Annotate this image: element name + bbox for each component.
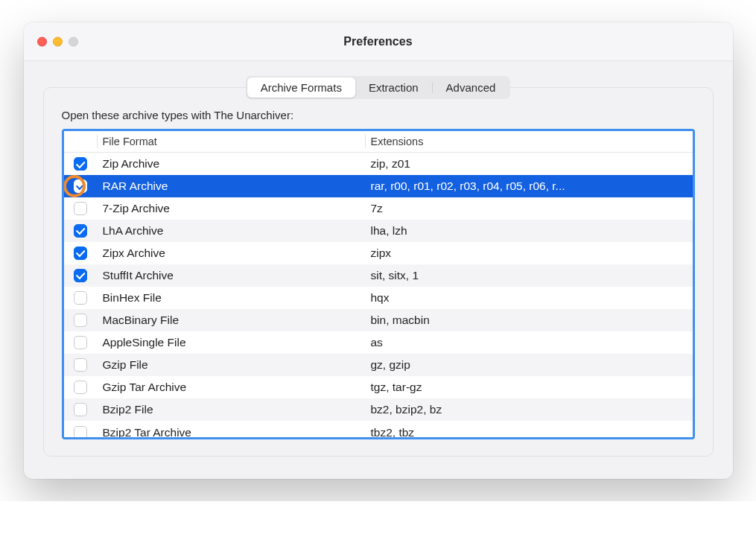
format-name: Gzip Tar Archive xyxy=(97,376,365,398)
format-name: 7-Zip Archive xyxy=(97,197,365,220)
format-checkbox[interactable] xyxy=(74,202,87,215)
format-name: LhA Archive xyxy=(97,220,365,242)
format-checkbox[interactable] xyxy=(74,426,87,437)
checkbox-cell xyxy=(64,153,97,175)
table-row[interactable]: Zip Archivezip, z01 xyxy=(64,153,693,175)
table-row[interactable]: Bzip2 Tar Archivetbz2, tbz xyxy=(64,421,693,437)
format-name: Bzip2 File xyxy=(97,398,365,421)
format-name: Zip Archive xyxy=(97,153,365,175)
window-controls xyxy=(37,36,78,46)
format-extensions: lha, lzh xyxy=(365,220,693,242)
checkbox-cell xyxy=(64,398,97,421)
table-row[interactable]: LhA Archivelha, lzh xyxy=(64,220,693,242)
format-extensions: 7z xyxy=(365,197,693,220)
table-row[interactable]: StuffIt Archivesit, sitx, 1 xyxy=(64,264,693,287)
zoom-icon xyxy=(69,36,78,46)
table-row[interactable]: BinHex Filehqx xyxy=(64,287,693,309)
format-extensions: zipx xyxy=(365,242,693,264)
format-name: RAR Archive xyxy=(97,175,365,197)
table-row[interactable]: Gzip Tar Archivetgz, tar-gz xyxy=(64,376,693,398)
format-extensions: sit, sitx, 1 xyxy=(365,264,693,287)
format-extensions: hqx xyxy=(365,287,693,309)
checkbox-cell xyxy=(64,197,97,220)
table-row[interactable]: Zipx Archivezipx xyxy=(64,242,693,264)
format-checkbox[interactable] xyxy=(74,157,87,171)
format-checkbox[interactable] xyxy=(74,336,87,349)
format-checkbox[interactable] xyxy=(74,224,87,238)
format-name: AppleSingle File xyxy=(97,331,365,354)
format-checkbox[interactable] xyxy=(74,403,87,416)
format-name: Zipx Archive xyxy=(97,242,365,264)
col-header-extensions[interactable]: Extensions xyxy=(365,131,693,153)
format-extensions: gz, gzip xyxy=(365,354,693,376)
col-header-checkbox[interactable] xyxy=(64,131,97,153)
format-extensions: zip, z01 xyxy=(365,153,693,175)
format-name: MacBinary File xyxy=(97,309,365,331)
format-name: Gzip File xyxy=(97,354,365,376)
table-row[interactable]: AppleSingle Fileas xyxy=(64,331,693,354)
format-checkbox[interactable] xyxy=(74,179,87,193)
checkbox-cell xyxy=(64,309,97,331)
format-extensions: bz2, bzip2, bz xyxy=(365,398,693,421)
tab-extraction[interactable]: Extraction xyxy=(355,77,432,98)
col-header-format[interactable]: File Format xyxy=(97,131,365,153)
format-extensions: tbz2, tbz xyxy=(365,421,693,437)
format-checkbox[interactable] xyxy=(74,381,87,394)
close-icon[interactable] xyxy=(37,36,47,46)
panel-instruction: Open these archive types with The Unarch… xyxy=(62,109,695,121)
table-row[interactable]: Gzip Filegz, gzip xyxy=(64,354,693,376)
formats-table-container: File Format Extensions Zip Archivezip, z… xyxy=(62,129,695,439)
table-row[interactable]: 7-Zip Archive7z xyxy=(64,197,693,220)
tab-archive-formats[interactable]: Archive Formats xyxy=(247,77,355,98)
minimize-icon[interactable] xyxy=(53,36,63,46)
content-area: Archive FormatsExtractionAdvanced Open t… xyxy=(24,61,733,479)
format-checkbox[interactable] xyxy=(74,247,87,260)
format-checkbox[interactable] xyxy=(74,314,87,327)
table-row[interactable]: Bzip2 Filebz2, bzip2, bz xyxy=(64,398,693,421)
tab-bar: Archive FormatsExtractionAdvanced xyxy=(246,76,511,99)
checkbox-cell xyxy=(64,287,97,309)
format-extensions: bin, macbin xyxy=(365,309,693,331)
format-checkbox[interactable] xyxy=(74,358,87,372)
format-extensions: tgz, tar-gz xyxy=(365,376,693,398)
titlebar: Preferences xyxy=(24,22,733,61)
checkbox-cell xyxy=(64,264,97,287)
formats-table: File Format Extensions Zip Archivezip, z… xyxy=(64,131,693,437)
checkbox-cell xyxy=(64,220,97,242)
format-name: StuffIt Archive xyxy=(97,264,365,287)
window-title: Preferences xyxy=(343,35,413,48)
checkbox-cell xyxy=(64,242,97,264)
table-row[interactable]: RAR Archiverar, r00, r01, r02, r03, r04,… xyxy=(64,175,693,197)
format-extensions: as xyxy=(365,331,693,354)
preferences-window: Preferences Archive FormatsExtractionAdv… xyxy=(24,22,733,479)
format-name: BinHex File xyxy=(97,287,365,309)
checkbox-cell xyxy=(64,354,97,376)
format-checkbox[interactable] xyxy=(74,291,87,305)
format-name: Bzip2 Tar Archive xyxy=(97,421,365,437)
checkbox-cell xyxy=(64,331,97,354)
checkbox-cell xyxy=(64,421,97,437)
checkbox-cell xyxy=(64,376,97,398)
format-checkbox[interactable] xyxy=(74,269,87,282)
format-extensions: rar, r00, r01, r02, r03, r04, r05, r06, … xyxy=(365,175,693,197)
table-row[interactable]: MacBinary Filebin, macbin xyxy=(64,309,693,331)
tab-advanced[interactable]: Advanced xyxy=(433,77,509,98)
archive-formats-panel: Open these archive types with The Unarch… xyxy=(43,87,714,457)
checkbox-cell xyxy=(64,175,97,197)
